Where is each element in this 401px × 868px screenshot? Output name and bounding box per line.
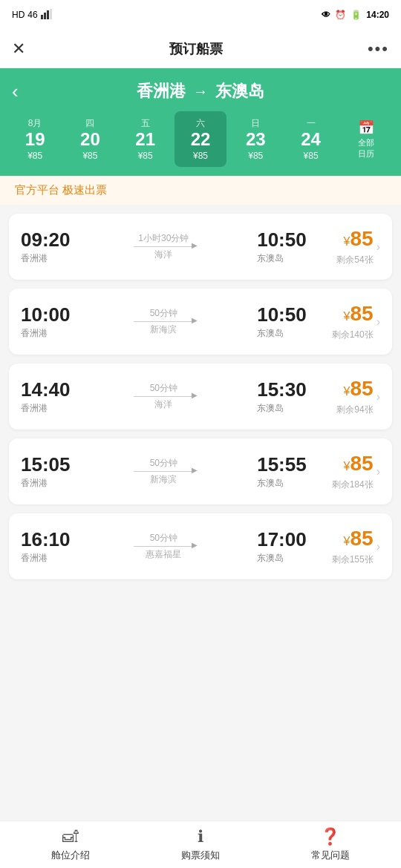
route-arrow-icon: → xyxy=(193,83,208,100)
price-4: ¥85 xyxy=(344,527,374,550)
route-middle-2: 50分钟 海洋 xyxy=(71,382,258,411)
svg-rect-2 xyxy=(47,10,49,19)
ticket-right-3: ¥85 剩余184张 xyxy=(307,452,374,491)
day-price-1: ¥85 xyxy=(82,151,97,161)
arrive-block-3: 15:55 东澳岛 xyxy=(257,454,307,490)
remain-1: 剩余140张 xyxy=(332,329,374,341)
arrive-loc-4: 东澳岛 xyxy=(257,552,307,565)
bottom-nav: 🛋 舱位介绍 ℹ 购票须知 ❓ 常见问题 xyxy=(0,821,401,868)
status-left: HD 46 xyxy=(12,9,54,22)
route-back-button[interactable]: ‹ xyxy=(12,80,19,103)
ticket-right-2: ¥85 剩余94张 xyxy=(307,377,374,416)
route-middle-3: 50分钟 新海滨 xyxy=(71,457,258,486)
more-button[interactable]: ••• xyxy=(368,39,389,59)
day-name-4: 日 xyxy=(251,117,260,130)
date-item-2[interactable]: 五 21 ¥85 xyxy=(120,111,172,167)
depart-loc-2: 香洲港 xyxy=(21,402,71,415)
back-button[interactable]: ✕ xyxy=(12,39,25,59)
day-price-0: ¥85 xyxy=(27,151,42,161)
depart-loc-1: 香洲港 xyxy=(21,327,71,340)
ship-0: 海洋 xyxy=(154,249,172,261)
ticket-card-1[interactable]: 10:00 香洲港 50分钟 新海滨 10:50 东澳岛 ¥85 剩余140张 … xyxy=(9,289,392,355)
ticket-card-2[interactable]: 14:40 香洲港 50分钟 海洋 15:30 东澳岛 ¥85 剩余94张 › xyxy=(9,364,392,430)
bottom-nav-label-2: 常见问题 xyxy=(311,849,350,862)
arrive-time-3: 15:55 xyxy=(257,454,307,476)
nav-bar: ✕ 预订船票 ••• xyxy=(0,30,401,68)
bottom-nav-label-1: 购票须知 xyxy=(181,849,220,862)
chevron-icon-4: › xyxy=(376,540,380,553)
arrive-block-4: 17:00 东澳岛 xyxy=(257,529,307,565)
ship-1: 新海滨 xyxy=(150,323,177,336)
remain-0: 剩余54张 xyxy=(336,254,373,266)
ticket-list: 09:20 香洲港 1小时30分钟 海洋 10:50 东澳岛 ¥85 剩余54张… xyxy=(0,205,401,639)
day-name-5: 一 xyxy=(307,117,316,130)
day-price-5: ¥85 xyxy=(304,151,319,161)
ticket-times-4: 16:10 香洲港 50分钟 惠嘉福星 17:00 东澳岛 xyxy=(21,529,307,565)
depart-time-2: 14:40 xyxy=(21,379,71,401)
bottom-nav-icon-2: ❓ xyxy=(320,827,340,846)
depart-loc-4: 香洲港 xyxy=(21,552,71,565)
ticket-card-4[interactable]: 16:10 香洲港 50分钟 惠嘉福星 17:00 东澳岛 ¥85 剩余155张… xyxy=(9,513,392,579)
arrive-time-0: 10:50 xyxy=(257,229,307,251)
date-item-0[interactable]: 8月 19 ¥85 xyxy=(9,111,61,167)
bottom-nav-item-2[interactable]: ❓ 常见问题 xyxy=(265,827,395,862)
price-1: ¥85 xyxy=(344,302,374,326)
signal-label: 46 xyxy=(27,10,37,20)
arrow-line-2 xyxy=(134,396,193,397)
date-item-6[interactable]: 📅全部日历 xyxy=(340,111,392,167)
date-item-5[interactable]: 一 24 ¥85 xyxy=(284,111,336,167)
to-port-label: 东澳岛 xyxy=(215,80,264,102)
eye-icon: 👁 xyxy=(322,10,330,20)
date-item-3[interactable]: 六 22 ¥85 xyxy=(175,111,226,167)
arrow-line-4 xyxy=(134,546,193,547)
promo-text: 官方平台 极速出票 xyxy=(15,183,107,196)
depart-block-2: 14:40 香洲港 xyxy=(21,379,71,415)
yen-sign-0: ¥ xyxy=(344,235,351,248)
yen-sign-4: ¥ xyxy=(344,535,351,548)
bottom-nav-item-1[interactable]: ℹ 购票须知 xyxy=(136,827,266,862)
arrive-time-1: 10:50 xyxy=(257,304,307,326)
ticket-right-4: ¥85 剩余155张 xyxy=(307,527,374,566)
all-days-label: 全部日历 xyxy=(358,137,374,159)
depart-time-0: 09:20 xyxy=(21,229,71,251)
ticket-times-0: 09:20 香洲港 1小时30分钟 海洋 10:50 东澳岛 xyxy=(21,229,307,265)
day-num-0: 19 xyxy=(25,130,45,149)
depart-time-1: 10:00 xyxy=(21,304,71,326)
depart-block-4: 16:10 香洲港 xyxy=(21,529,71,565)
ticket-right-0: ¥85 剩余54张 xyxy=(307,227,374,266)
price-0: ¥85 xyxy=(344,227,374,251)
date-item-4[interactable]: 日 23 ¥85 xyxy=(229,111,281,167)
day-price-4: ¥85 xyxy=(248,151,263,161)
svg-rect-1 xyxy=(44,13,46,19)
duration-0: 1小时30分钟 xyxy=(138,232,189,245)
route-middle-0: 1小时30分钟 海洋 xyxy=(71,232,258,261)
ticket-times-1: 10:00 香洲港 50分钟 新海滨 10:50 东澳岛 xyxy=(21,304,307,340)
ticket-card-3[interactable]: 15:05 香洲港 50分钟 新海滨 15:55 东澳岛 ¥85 剩余184张 … xyxy=(9,438,392,504)
chevron-icon-0: › xyxy=(376,240,380,254)
bottom-nav-icon-0: 🛋 xyxy=(62,827,79,846)
arrive-loc-3: 东澳岛 xyxy=(257,477,307,490)
depart-time-3: 15:05 xyxy=(21,454,71,476)
ticket-card-0[interactable]: 09:20 香洲港 1小时30分钟 海洋 10:50 东澳岛 ¥85 剩余54张… xyxy=(9,214,392,280)
depart-block-1: 10:00 香洲港 xyxy=(21,304,71,340)
ship-4: 惠嘉福星 xyxy=(146,548,181,561)
date-item-1[interactable]: 四 20 ¥85 xyxy=(64,111,116,167)
from-port-label: 香洲港 xyxy=(137,80,186,102)
arrive-block-0: 10:50 东澳岛 xyxy=(257,229,307,265)
day-num-1: 20 xyxy=(80,130,100,149)
day-num-4: 23 xyxy=(246,130,266,149)
date-selector: 8月 19 ¥85 四 20 ¥85 五 21 ¥85 六 22 ¥85 日 2… xyxy=(0,111,401,167)
ship-2: 海洋 xyxy=(154,398,172,411)
battery-icon: 🔋 xyxy=(351,10,362,20)
day-name-2: 五 xyxy=(141,117,150,130)
depart-block-3: 15:05 香洲港 xyxy=(21,454,71,490)
calendar-icon: 📅 xyxy=(358,119,374,136)
arrive-loc-1: 东澳岛 xyxy=(257,327,307,340)
chevron-icon-3: › xyxy=(376,465,380,479)
bottom-nav-icon-1: ℹ xyxy=(198,827,203,846)
route-middle-4: 50分钟 惠嘉福星 xyxy=(71,532,258,561)
arrive-time-2: 15:30 xyxy=(257,379,307,401)
bottom-nav-item-0[interactable]: 🛋 舱位介绍 xyxy=(6,827,136,862)
duration-3: 50分钟 xyxy=(150,457,177,470)
arrive-loc-0: 东澳岛 xyxy=(257,252,307,265)
